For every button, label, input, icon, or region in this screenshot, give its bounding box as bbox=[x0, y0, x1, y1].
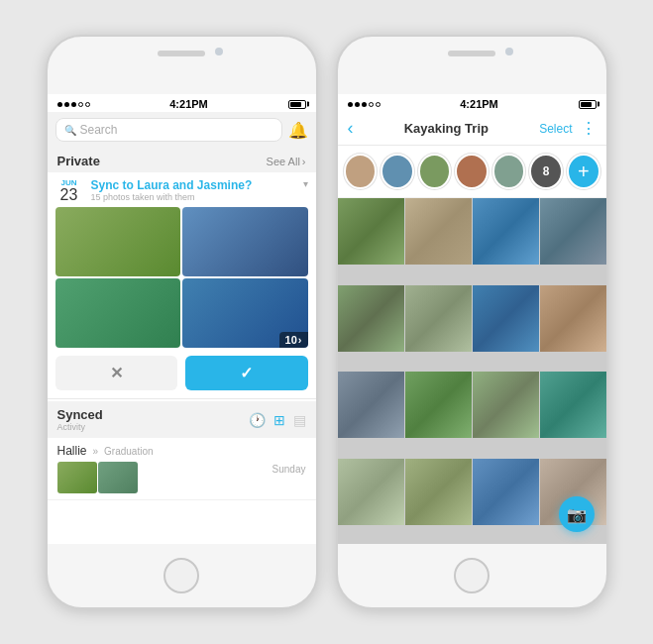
notification-bell-icon[interactable]: 🔔 bbox=[288, 121, 308, 140]
activity-info: Hallie » Graduation bbox=[57, 444, 272, 493]
photo-cell-2-11[interactable] bbox=[473, 372, 539, 438]
date-badge: JUN 23 bbox=[55, 178, 83, 203]
activity-item[interactable]: Hallie » Graduation Sunday bbox=[48, 438, 316, 500]
photo-cell-2[interactable] bbox=[182, 207, 308, 276]
confirm-button[interactable]: ✓ bbox=[185, 356, 308, 390]
activity-name: Hallie bbox=[57, 444, 87, 458]
photo-count: 10 bbox=[285, 334, 297, 346]
avatar-1[interactable] bbox=[344, 154, 378, 189]
signal-dots-2 bbox=[348, 102, 381, 107]
dot2 bbox=[64, 102, 69, 107]
nav-bar: ‹ Kayaking Trip Select ⋮ bbox=[338, 112, 606, 146]
grid-icon[interactable]: ⊞ bbox=[273, 412, 285, 428]
activity-date: Sunday bbox=[272, 464, 306, 475]
dot1b bbox=[348, 102, 353, 107]
action-buttons: ✕ ✓ bbox=[48, 348, 316, 398]
photo-cell-2-14[interactable] bbox=[405, 459, 472, 525]
select-button[interactable]: Select bbox=[539, 122, 572, 136]
battery-icon bbox=[288, 100, 306, 109]
signal-dots bbox=[57, 102, 90, 107]
date-day: 23 bbox=[60, 187, 78, 203]
photo-cell-2-12[interactable] bbox=[540, 372, 606, 438]
search-placeholder: Search bbox=[80, 123, 118, 137]
photo-cell-2-7[interactable] bbox=[473, 285, 539, 352]
home-button-2[interactable] bbox=[454, 558, 490, 593]
avatar-2[interactable] bbox=[381, 154, 414, 189]
activity-destination: Graduation bbox=[104, 446, 153, 457]
photo-cell-2-8[interactable] bbox=[540, 285, 606, 352]
dot3b bbox=[362, 102, 367, 107]
fab-button[interactable]: 📷 bbox=[559, 496, 595, 532]
activity-thumb-2 bbox=[98, 462, 138, 493]
search-input-wrap[interactable]: 🔍 Search bbox=[55, 118, 282, 142]
photo-cell-2-1[interactable] bbox=[338, 198, 404, 265]
card-subtitle: 15 photos taken with them bbox=[91, 192, 295, 202]
speaker-2 bbox=[448, 51, 495, 56]
photo-cell-2-2[interactable] bbox=[405, 198, 472, 265]
chevron-right-small-icon: › bbox=[298, 334, 302, 346]
dot5b bbox=[376, 102, 381, 107]
photo-grid: 10 › bbox=[48, 207, 316, 348]
camera bbox=[215, 48, 223, 55]
phone-1-bottom bbox=[48, 544, 316, 607]
dot2b bbox=[355, 102, 360, 107]
photo-cell-2-3[interactable] bbox=[473, 198, 539, 265]
avatars-row: 8 + bbox=[338, 146, 606, 198]
phone-1-screen: 4:21PM 🔍 Search 🔔 Private Se bbox=[48, 94, 316, 544]
chevron-right-icon: › bbox=[302, 156, 306, 167]
speaker bbox=[158, 51, 205, 56]
photo-cell-2-6[interactable] bbox=[405, 285, 472, 352]
status-time-2: 4:21PM bbox=[460, 98, 498, 110]
phone-2: 4:21PM ‹ Kayaking Trip Select ⋮ bbox=[336, 35, 608, 609]
status-right-2 bbox=[579, 100, 597, 109]
photo-cell-2-5[interactable] bbox=[338, 285, 404, 352]
synced-subtitle: Activity bbox=[57, 422, 241, 432]
photo-cell-2-4[interactable] bbox=[540, 198, 606, 265]
see-all-button[interactable]: See All › bbox=[267, 156, 306, 167]
battery-icon-2 bbox=[579, 100, 597, 109]
card-title: Sync to Laura and Jasmine? bbox=[91, 178, 295, 192]
photo-cell-3[interactable] bbox=[55, 278, 181, 348]
battery-fill-2 bbox=[581, 102, 593, 107]
home-button[interactable] bbox=[163, 558, 199, 593]
status-bar-2: 4:21PM bbox=[338, 94, 606, 112]
avatar-4[interactable] bbox=[455, 154, 489, 189]
battery-fill bbox=[290, 102, 302, 107]
confirm-icon: ✓ bbox=[240, 364, 253, 382]
cancel-button[interactable]: ✕ bbox=[55, 356, 178, 390]
more-button[interactable]: ⋮ bbox=[581, 119, 597, 138]
add-person-button[interactable]: + bbox=[567, 154, 600, 189]
private-section-header: Private See All › bbox=[48, 148, 316, 172]
dot4b bbox=[369, 102, 374, 107]
synced-section-header: Synced Activity 🕐 ⊞ ▤ bbox=[48, 401, 316, 438]
activity-arrow-icon: » bbox=[93, 446, 99, 457]
photo-cell-2-15[interactable] bbox=[473, 459, 539, 525]
photo-cell-2-9[interactable] bbox=[338, 372, 404, 438]
photo-cell-4[interactable]: 10 › bbox=[182, 278, 308, 348]
dot1 bbox=[57, 102, 62, 107]
avatar-count-badge[interactable]: 8 bbox=[529, 154, 563, 189]
phone-1: 4:21PM 🔍 Search 🔔 Private Se bbox=[46, 35, 318, 609]
phone-2-screen: 4:21PM ‹ Kayaking Trip Select ⋮ bbox=[338, 94, 606, 544]
photo-count-overlay: 10 › bbox=[279, 332, 308, 348]
nav-title: Kayaking Trip bbox=[354, 121, 540, 136]
dot4 bbox=[78, 102, 83, 107]
synced-icons: 🕐 ⊞ ▤ bbox=[249, 412, 306, 428]
photo-grid-container: 📷 bbox=[338, 198, 606, 544]
dropdown-arrow-icon[interactable]: ▾ bbox=[303, 178, 308, 189]
clock-icon[interactable]: 🕐 bbox=[249, 412, 266, 428]
photo-grid-2 bbox=[338, 198, 606, 544]
private-section-title: Private bbox=[57, 154, 100, 168]
photo-cell-2-10[interactable] bbox=[405, 372, 472, 438]
avatar-5[interactable] bbox=[492, 154, 526, 189]
avatar-3[interactable] bbox=[418, 154, 452, 189]
activity-thumb-1 bbox=[57, 462, 97, 493]
photo-cell-2-13[interactable] bbox=[338, 459, 404, 525]
list-icon[interactable]: ▤ bbox=[293, 412, 306, 428]
camera-fab-icon: 📷 bbox=[567, 505, 587, 524]
status-right bbox=[288, 100, 306, 109]
search-icon: 🔍 bbox=[64, 125, 76, 136]
photo-cell-1[interactable] bbox=[55, 207, 181, 276]
search-bar: 🔍 Search 🔔 bbox=[48, 112, 316, 148]
status-bar: 4:21PM bbox=[48, 94, 316, 112]
